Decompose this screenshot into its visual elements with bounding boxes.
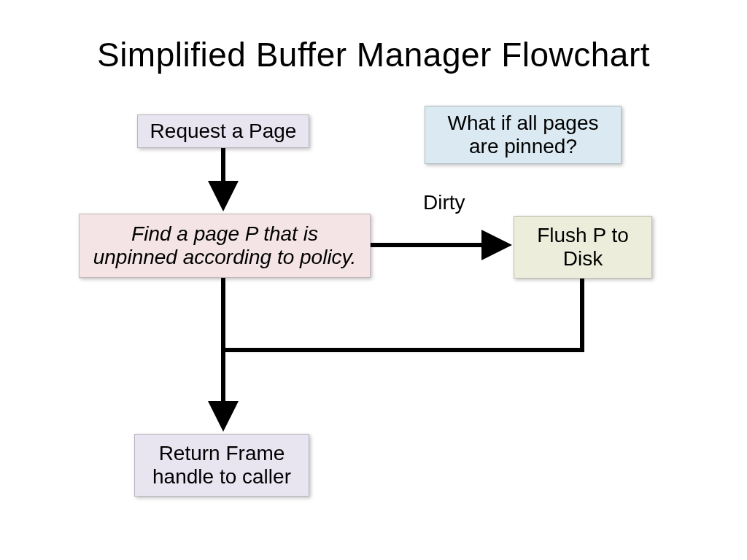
- node-return-handle: Return Frame handle to caller: [134, 434, 309, 497]
- arrow-flush-to-join: [223, 279, 582, 350]
- slide-title: Simplified Buffer Manager Flowchart: [0, 35, 747, 74]
- connectors: [0, 0, 747, 560]
- node-flush-disk: Flush P to Disk: [514, 216, 652, 279]
- callout-all-pinned: What if all pages are pinned?: [425, 106, 622, 164]
- slide: Simplified Buffer Manager Flowchart Requ…: [0, 0, 747, 560]
- node-find-unpinned: Find a page P that is unpinned according…: [79, 214, 371, 278]
- node-request-page: Request a Page: [137, 114, 309, 148]
- edge-label-dirty: Dirty: [423, 191, 465, 214]
